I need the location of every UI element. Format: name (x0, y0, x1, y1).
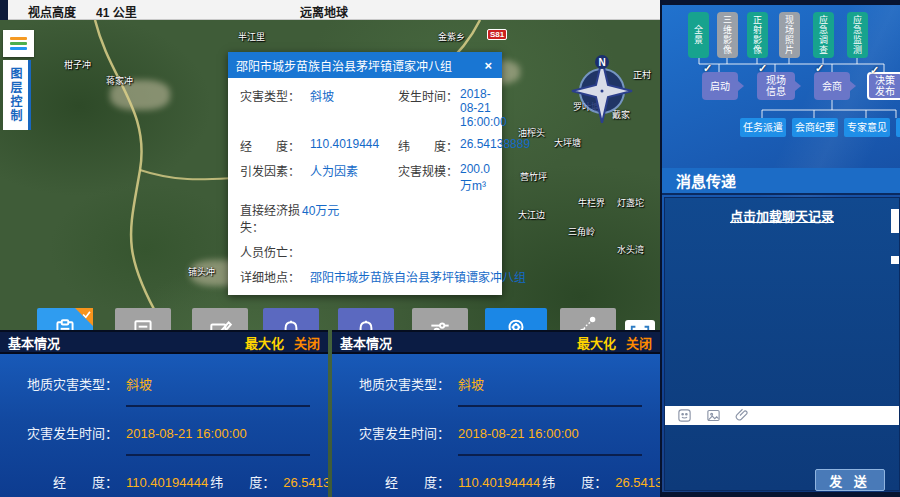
scrollbar-thumb[interactable] (891, 209, 899, 233)
popup-row: 灾害类型： 斜坡 发生时间： 2018-08-21 16:00:00 (240, 87, 490, 129)
panel-title: 基本情况 (340, 333, 577, 352)
check-icon: ✓ (870, 65, 879, 76)
panel-row: 地质灾害类型： 斜坡 (0, 374, 328, 393)
field-label: 引发因素： (240, 162, 310, 179)
category-emergency-survey-button[interactable]: 应急调查 (813, 12, 834, 58)
task-dispatch-button[interactable]: 任务派遣 (740, 118, 786, 137)
panel-row: 灾害发生时间： 2018-08-21 16:00:00 (332, 423, 660, 442)
field-value: 200.0万m³ (460, 162, 490, 193)
category-emergency-monitor-button[interactable]: 应急监测 (847, 12, 868, 58)
workflow-label: 现场信息 (763, 75, 789, 97)
check-icon: ✓ (815, 63, 824, 74)
viewpoint-height-value: 41 公里 (96, 3, 137, 20)
compass-north-label: N (598, 57, 605, 68)
panel-row: 灾害发生时间： 2018-08-21 16:00:00 (0, 423, 328, 442)
field-label: 经 度： (240, 137, 310, 154)
panel-row: 地质灾害类型： 斜坡 (332, 374, 660, 393)
hamburger-icon (10, 42, 27, 45)
load-chat-history-link[interactable]: 点击加载聊天记录 (730, 206, 834, 225)
hamburger-icon (10, 37, 27, 40)
panel-row: 经 度： 110.40194444 纬 度： 26.54138889 (0, 472, 328, 491)
consultation-button[interactable]: 会商 (896, 118, 900, 137)
field-value: 110.4019444 (310, 137, 398, 151)
workflow-label: 会商 (822, 81, 842, 92)
workflow-panel: 全景 三维影像 正射影像 现场照片 应急调查 应急监测 ✓ 启动 ✓ 现场信息 … (660, 0, 900, 497)
panel-header: 基本情况 最大化 关闭 (332, 332, 660, 354)
attachment-paperclip-icon[interactable] (735, 408, 750, 423)
popup-row: 引发因素： 人为因素 灾害规模： 200.0万m³ (240, 162, 490, 193)
basic-info-panel: 基本情况 最大化 关闭 地质灾害类型： 斜坡 灾害发生时间： 2018-08-2… (332, 330, 660, 497)
field-value: 26.54138889 (283, 475, 328, 490)
basic-info-panel: 基本情况 最大化 关闭 地质灾害类型： 斜坡 灾害发生时间： 2018-08-2… (0, 330, 328, 497)
check-icon: ✓ (758, 63, 767, 74)
map-status-bar: 视点高度 41 公里 远离地球 (0, 0, 660, 20)
map-place-label: 半江里 (238, 30, 265, 43)
field-value: 人为因素 (310, 162, 398, 179)
layer-control-tab[interactable]: 图层控制 (3, 60, 31, 130)
field-value: 110.40194444 (458, 475, 540, 490)
field-label: 地质灾害类型： (0, 374, 118, 393)
field-value: 斜坡 (126, 374, 152, 393)
compass-rose[interactable]: N (568, 53, 636, 123)
panel-bottom-strip (662, 492, 900, 497)
panel-title: 基本情况 (8, 333, 245, 352)
camera-mode-label: 远离地球 (300, 3, 348, 20)
field-label: 灾害类型： (240, 87, 310, 104)
road-number-badge: S81 (487, 29, 507, 40)
field-label: 人员伤亡： (240, 243, 310, 260)
scrollbar-handle[interactable] (891, 256, 899, 264)
field-label: 地质灾害类型： (332, 374, 450, 393)
category-3d-imagery-button[interactable]: 三维影像 (717, 12, 738, 58)
workflow-consultation-button[interactable]: ✓ 会商 (814, 72, 850, 100)
message-panel-header: 消息传递 (662, 168, 900, 195)
field-label: 灾害发生时间： (0, 423, 118, 442)
viewpoint-height-label: 视点高度 (28, 3, 76, 20)
field-value: 斜坡 (310, 87, 398, 104)
field-value: 2018-08-21 16:00:00 (126, 426, 247, 441)
panel-header: 基本情况 最大化 关闭 (0, 332, 328, 354)
field-value: 2018-08-21 16:00:00 (460, 87, 507, 129)
field-label: 纬 度： (210, 472, 275, 491)
field-value: 邵阳市城步苗族自治县茅坪镇谭家冲八组 (310, 268, 526, 285)
map-place-label: 大江边 (518, 208, 545, 221)
arrow-right-icon (795, 81, 801, 91)
map-place-label: 铺头冲 (188, 265, 215, 278)
map-place-label: 蒋家冲 (106, 74, 133, 87)
field-label: 经 度： (0, 472, 118, 491)
popup-row: 经 度： 110.4019444 纬 度： 26.54138889 (240, 137, 490, 154)
workflow-site-info-button[interactable]: ✓ 现场信息 (757, 72, 795, 100)
workflow-start-button[interactable]: ✓ 启动 (702, 72, 738, 100)
category-ortho-imagery-button[interactable]: 正射影像 (747, 12, 768, 58)
close-button[interactable]: 关闭 (294, 333, 320, 352)
popup-row: 直接经济损失： 40万元 (240, 201, 490, 235)
field-value: 26.54138889 (460, 137, 530, 151)
field-label: 发生时间： (398, 87, 460, 104)
map-place-label: 柑子冲 (64, 58, 91, 71)
field-label: 经 度： (332, 472, 450, 491)
row-separator (458, 454, 642, 456)
maximize-button[interactable]: 最大化 (577, 333, 616, 352)
category-panorama-button[interactable]: 全景 (688, 12, 709, 58)
map-place-label: 大坪塘 (554, 136, 581, 149)
emoji-icon[interactable] (677, 408, 692, 423)
category-site-photo-button[interactable]: 现场照片 (779, 12, 800, 58)
popup-close-button[interactable]: × (482, 58, 494, 73)
disaster-gis-app: 半江里 金紫乡 柑子冲 蒋家冲 正村 罗叶塘 戴家 油榨头 大坪塘 营竹坪 牛栏… (0, 0, 900, 497)
maximize-button[interactable]: 最大化 (245, 333, 284, 352)
image-icon[interactable] (706, 408, 721, 423)
menu-toggle-button[interactable] (3, 30, 34, 57)
field-label: 详细地点： (240, 268, 310, 285)
send-button[interactable]: 发 送 (815, 469, 885, 491)
close-button[interactable]: 关闭 (626, 333, 652, 352)
field-label: 纬 度： (542, 472, 607, 491)
arrow-right-icon (850, 81, 856, 91)
expert-opinion-button[interactable]: 专家意见 (844, 118, 890, 137)
statusbar-corner (0, 0, 8, 20)
popup-row: 详细地点： 邵阳市城步苗族自治县茅坪镇谭家冲八组 (240, 268, 490, 285)
row-separator (126, 405, 310, 407)
map-place-label: 灯盏坨 (617, 196, 644, 209)
meeting-minutes-button[interactable]: 会商纪要 (792, 118, 838, 137)
map-place-label: 金紫乡 (438, 30, 465, 43)
map-place-label: 营竹坪 (520, 170, 547, 183)
workflow-decision-release-button[interactable]: ✓ 决策发布 (867, 72, 900, 100)
